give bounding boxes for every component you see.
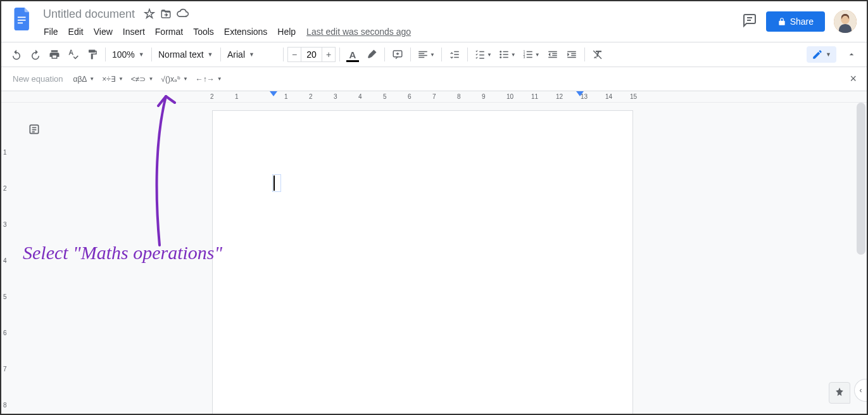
indent-decrease-button[interactable]	[544, 46, 562, 63]
svg-rect-20	[527, 54, 532, 55]
ruler-mark: 13	[581, 93, 588, 100]
ruler-mark: 7	[432, 93, 436, 100]
last-edit-link[interactable]: Last edit was seconds ago	[306, 27, 411, 37]
docs-logo-icon[interactable]	[11, 8, 34, 30]
font-size-input[interactable]	[301, 47, 322, 62]
vruler-mark: 4	[3, 257, 7, 264]
font-select[interactable]: Arial▼	[225, 47, 279, 62]
svg-rect-13	[503, 51, 508, 53]
new-equation-label[interactable]: New equation	[8, 74, 68, 84]
menu-insert[interactable]: Insert	[118, 24, 149, 39]
vertical-scrollbar[interactable]	[857, 103, 865, 395]
title-area: Untitled document File Edit View Insert …	[39, 6, 742, 39]
ruler-mark: 10	[506, 93, 513, 100]
ruler-mark: 9	[482, 93, 486, 100]
ruler-mark: 6	[408, 93, 412, 100]
editing-mode-button[interactable]: ▼	[807, 46, 836, 63]
explore-button[interactable]	[829, 382, 850, 404]
svg-text:3: 3	[523, 55, 525, 59]
ruler-mark: 5	[383, 93, 387, 100]
ruler-mark: 11	[531, 93, 538, 100]
account-avatar[interactable]	[834, 10, 857, 33]
vruler-mark: 6	[3, 329, 7, 336]
comment-history-icon[interactable]	[742, 13, 757, 30]
move-icon[interactable]	[160, 8, 172, 20]
menu-format[interactable]: Format	[151, 24, 187, 39]
svg-rect-0	[18, 16, 26, 18]
text-color-button[interactable]: A	[344, 46, 362, 63]
share-label: Share	[790, 16, 814, 27]
ruler-mark: 1	[284, 93, 288, 100]
style-select[interactable]: Normal text▼	[156, 47, 217, 62]
ruler-mark: 15	[630, 93, 637, 100]
spellcheck-button[interactable]	[65, 46, 82, 63]
math-operations-button[interactable]: √()xₐᵇ▼	[158, 72, 191, 86]
highlight-button[interactable]	[363, 46, 381, 63]
equation-cursor-box[interactable]	[272, 174, 281, 192]
redo-button[interactable]	[27, 46, 44, 63]
cloud-icon[interactable]	[177, 8, 189, 20]
share-button[interactable]: Share	[766, 11, 825, 32]
zoom-select[interactable]: 100%▼	[110, 47, 148, 62]
menu-bar: File Edit View Insert Format Tools Exten…	[39, 24, 742, 39]
menu-tools[interactable]: Tools	[189, 24, 218, 39]
line-spacing-button[interactable]	[446, 46, 463, 63]
menu-help[interactable]: Help	[273, 24, 300, 39]
vruler-mark: 8	[3, 402, 7, 409]
pencil-icon	[812, 49, 823, 60]
align-button[interactable]: ▼	[415, 46, 437, 63]
document-canvas: 12345678	[1, 103, 867, 415]
collapse-toolbar-button[interactable]	[843, 46, 860, 63]
ruler-mark: 2	[210, 93, 214, 100]
ruler-mark: 3	[334, 93, 337, 100]
close-equation-bar-icon[interactable]: ×	[850, 72, 857, 86]
ruler-mark: 1	[235, 93, 239, 100]
document-title[interactable]: Untitled document	[39, 6, 139, 22]
page[interactable]	[212, 110, 633, 415]
print-button[interactable]	[46, 46, 63, 63]
font-size-group: − +	[287, 47, 336, 62]
paint-format-button[interactable]	[84, 46, 101, 63]
svg-point-11	[500, 54, 501, 56]
menu-extensions[interactable]: Extensions	[220, 24, 272, 39]
clear-formatting-button[interactable]	[589, 46, 607, 63]
svg-rect-14	[503, 54, 508, 55]
outline-button[interactable]	[25, 120, 43, 138]
first-line-indent-icon[interactable]	[270, 91, 277, 98]
ruler-mark: 8	[457, 93, 461, 100]
vruler-mark: 3	[3, 221, 7, 228]
font-size-decrease[interactable]: −	[287, 47, 301, 62]
indent-increase-button[interactable]	[563, 46, 581, 63]
numbered-list-button[interactable]: 123▼	[520, 46, 543, 63]
svg-rect-1	[18, 20, 26, 21]
menu-view[interactable]: View	[89, 24, 117, 39]
vruler-mark: 7	[3, 366, 7, 373]
text-cursor	[274, 176, 275, 191]
undo-button[interactable]	[8, 46, 25, 63]
horizontal-ruler[interactable]: 21123456789101112131415	[1, 91, 867, 103]
ruler-mark: 4	[358, 93, 362, 100]
misc-operations-button[interactable]: ×÷∃▼	[99, 72, 126, 86]
main-toolbar: 100%▼ Normal text▼ Arial▼ − + A ▼ ▼ ▼ 12…	[1, 42, 867, 67]
equation-toolbar: New equation αβΔ▼ ×÷∃▼ <≠⊃▼ √()xₐᵇ▼ ←↑→▼…	[1, 67, 867, 91]
relations-button[interactable]: <≠⊃▼	[129, 72, 156, 86]
greek-letters-button[interactable]: αβΔ▼	[71, 72, 97, 86]
ruler-mark: 14	[605, 93, 612, 100]
star-icon[interactable]	[144, 8, 155, 20]
svg-point-12	[500, 56, 501, 58]
vertical-ruler[interactable]: 12345678	[1, 103, 13, 415]
vruler-mark: 1	[3, 149, 7, 156]
checklist-button[interactable]: ▼	[472, 46, 494, 63]
svg-rect-19	[527, 51, 532, 53]
menu-file[interactable]: File	[39, 24, 63, 39]
arrows-button[interactable]: ←↑→▼	[193, 72, 225, 86]
vruler-mark: 2	[3, 185, 7, 192]
header: Untitled document File Edit View Insert …	[1, 1, 867, 42]
bullet-list-button[interactable]: ▼	[496, 46, 519, 63]
svg-rect-2	[18, 22, 23, 23]
svg-point-10	[500, 51, 501, 53]
menu-edit[interactable]: Edit	[64, 24, 88, 39]
font-size-increase[interactable]: +	[322, 47, 336, 62]
insert-comment-button[interactable]	[389, 46, 406, 63]
ruler-mark: 12	[556, 93, 563, 100]
